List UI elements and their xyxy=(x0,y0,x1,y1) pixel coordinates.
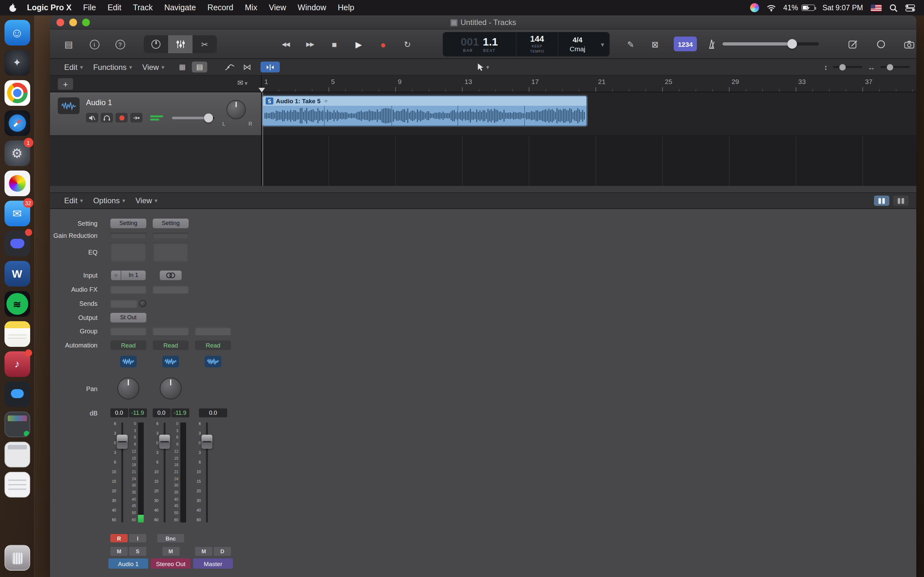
apple-menu[interactable] xyxy=(9,3,17,12)
dock-discord[interactable] xyxy=(4,231,30,256)
siri-icon[interactable] xyxy=(750,3,759,12)
list-view-button[interactable]: ▤ xyxy=(192,61,207,73)
playhead[interactable] xyxy=(262,92,263,186)
mute-button[interactable]: M xyxy=(195,546,212,556)
volume-fader[interactable] xyxy=(117,435,128,449)
mixer-menu-edit[interactable]: Edit▾ xyxy=(64,196,83,205)
channel-name-label[interactable]: Stereo Out xyxy=(151,558,191,569)
mute-button[interactable] xyxy=(86,113,98,122)
send-slot[interactable] xyxy=(110,299,137,308)
menu-mix[interactable]: Mix xyxy=(245,3,257,12)
title-bar[interactable]: Untitled - Tracks xyxy=(50,15,916,29)
menu-window[interactable]: Window xyxy=(298,3,326,12)
dock-trash[interactable] xyxy=(4,545,30,571)
input-monitor-button[interactable] xyxy=(130,113,142,122)
lcd-display-mode-chevron[interactable]: ▾ xyxy=(597,32,608,56)
app-menu-title[interactable]: Logic Pro X xyxy=(27,3,71,12)
track-name[interactable]: Audio 1 xyxy=(86,98,112,107)
mute-button[interactable]: M xyxy=(162,546,179,556)
catch-playhead-button[interactable] xyxy=(260,61,280,73)
flex-button[interactable]: ⋈ xyxy=(239,61,255,73)
audio-fx-slot[interactable] xyxy=(110,285,146,293)
solo-button[interactable]: S xyxy=(129,546,146,556)
region-header[interactable]: 5 Audio 1: Take 5 ○ xyxy=(263,96,586,106)
tracks-menu-functions[interactable]: Functions▾ xyxy=(93,63,132,71)
horizontal-zoom-slider[interactable] xyxy=(880,66,910,68)
slider-knob[interactable] xyxy=(887,64,893,70)
mixer-menu-view[interactable]: View▾ xyxy=(136,196,158,205)
dock-spotify[interactable]: ≋ xyxy=(4,291,30,317)
take-disclosure-icon[interactable]: ○ xyxy=(325,98,328,104)
tuner-button[interactable] xyxy=(870,35,892,53)
battery-status[interactable]: 41% xyxy=(783,4,814,11)
lcd-tempo-section[interactable]: 144 KEEP TEMPO xyxy=(516,32,558,56)
stop-button[interactable]: ■ xyxy=(323,35,345,53)
inspector-button[interactable]: i xyxy=(83,35,105,53)
track-sort-button[interactable]: ✉ ▾ xyxy=(237,79,248,87)
automation-mode-button[interactable]: Read xyxy=(195,340,231,350)
dock-safari[interactable] xyxy=(4,110,30,136)
pencil-tool-button[interactable]: ✎ xyxy=(620,35,642,53)
volume-fader[interactable] xyxy=(202,435,212,449)
count-in-button[interactable]: 1234 xyxy=(674,37,697,51)
group-slot[interactable] xyxy=(195,327,231,335)
channel-name-label[interactable]: Audio 1 xyxy=(108,558,148,569)
media-browser-button[interactable] xyxy=(898,35,920,53)
menu-file[interactable]: File xyxy=(83,3,96,12)
smart-controls-button[interactable] xyxy=(144,35,168,53)
channel-setting-button[interactable]: Setting xyxy=(110,218,146,228)
dock-photos[interactable] xyxy=(4,171,30,196)
pointer-tool-menu[interactable]: ▾ xyxy=(477,63,489,71)
menu-bar-clock[interactable]: Sat 9:07 PM xyxy=(822,4,863,11)
lcd-position-section[interactable]: 001 1.1 BAR BEAT xyxy=(443,32,516,56)
tracks-lane-area[interactable]: 5 Audio 1: Take 5 ○ xyxy=(261,92,916,186)
region-audio-1-take-5[interactable]: 5 Audio 1: Take 5 ○ xyxy=(262,95,587,126)
menu-track[interactable]: Track xyxy=(133,3,153,12)
dock-notes[interactable] xyxy=(4,321,30,347)
input-format-button[interactable] xyxy=(160,270,182,280)
volume-value[interactable]: 0.0 xyxy=(152,408,170,417)
eraser-tool-button[interactable]: ⊠ xyxy=(644,35,666,53)
dock-chrome[interactable] xyxy=(4,80,30,106)
slider-knob[interactable] xyxy=(839,64,846,70)
input-monitor-button[interactable]: I xyxy=(129,534,146,542)
channel-name-label[interactable]: Master xyxy=(193,558,233,569)
record-arm-button[interactable]: R xyxy=(110,534,128,542)
solo-button[interactable] xyxy=(101,113,113,122)
volume-slider-knob[interactable] xyxy=(787,39,797,49)
input-format-button[interactable]: ○ xyxy=(111,270,121,280)
tracks-menu-edit[interactable]: Edit▾ xyxy=(64,63,83,71)
dock-music[interactable]: ♪ xyxy=(4,351,30,377)
dual-mixer-view-button[interactable] xyxy=(893,195,909,206)
track-header-audio-1[interactable]: Audio 1 xyxy=(50,92,261,136)
metronome-button[interactable] xyxy=(701,35,722,53)
eq-display[interactable] xyxy=(153,242,189,261)
dim-button[interactable]: D xyxy=(214,546,231,556)
pan-knob[interactable] xyxy=(160,378,182,400)
lcd-display[interactable]: 001 1.1 BAR BEAT 144 KEEP TEMPO xyxy=(443,32,610,56)
horizontal-zoom-icon[interactable]: ↔ xyxy=(867,63,875,71)
track-pan-knob[interactable] xyxy=(226,100,246,119)
eq-display[interactable] xyxy=(110,242,146,261)
rewind-button[interactable]: ◀◀ xyxy=(275,35,296,53)
automation-button[interactable] xyxy=(222,61,237,73)
audio-fx-slot[interactable] xyxy=(153,285,189,293)
track-volume-slider[interactable] xyxy=(172,116,214,119)
volume-fader[interactable] xyxy=(159,435,170,449)
volume-value[interactable]: 0.0 xyxy=(110,408,128,417)
volume-value[interactable]: 0.0 xyxy=(199,408,227,417)
group-slot[interactable] xyxy=(110,327,146,335)
menu-help[interactable]: Help xyxy=(338,3,354,12)
playhead-marker[interactable] xyxy=(258,88,265,92)
input-slot-button[interactable]: In 1 xyxy=(121,270,145,280)
mixer-button[interactable] xyxy=(168,35,192,53)
group-slot[interactable] xyxy=(153,327,189,335)
bar-ruler[interactable]: 15913172125293337 xyxy=(261,76,916,92)
output-button[interactable]: St Out xyxy=(110,313,146,322)
play-button[interactable]: ▶ xyxy=(348,35,370,53)
mixer-menu-options[interactable]: Options▾ xyxy=(93,196,125,205)
dock-launchpad[interactable]: ✦ xyxy=(4,50,30,76)
menu-record[interactable]: Record xyxy=(208,3,234,12)
forward-button[interactable]: ▶▶ xyxy=(299,35,321,53)
vertical-zoom-icon[interactable]: ↕ xyxy=(824,63,828,71)
